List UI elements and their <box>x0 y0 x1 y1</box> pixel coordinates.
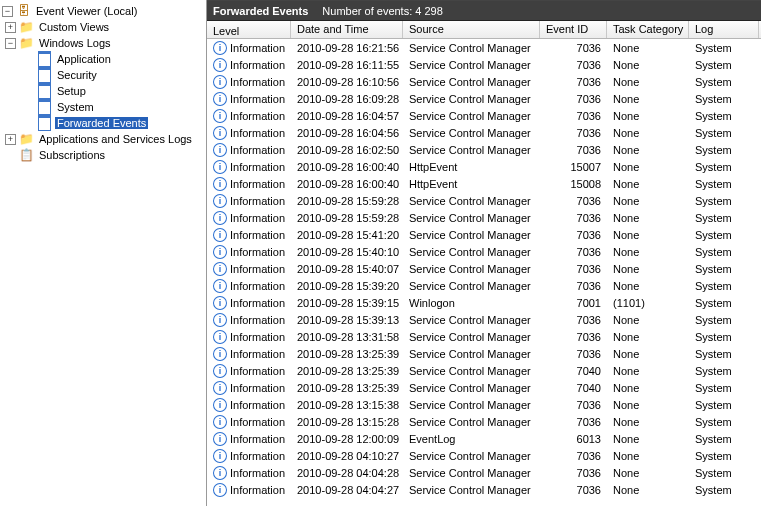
cell-log: System <box>689 127 759 139</box>
event-row[interactable]: iInformation2010-09-28 15:40:07Service C… <box>207 260 761 277</box>
cell-date: 2010-09-28 16:09:28 <box>291 93 403 105</box>
event-row[interactable]: iInformation2010-09-28 12:00:09EventLog6… <box>207 430 761 447</box>
cell-level: iInformation <box>207 41 291 55</box>
event-row[interactable]: iInformation2010-09-28 16:02:50Service C… <box>207 141 761 158</box>
expand-icon[interactable]: + <box>5 134 16 145</box>
cell-log: System <box>689 331 759 343</box>
event-row[interactable]: iInformation2010-09-28 13:25:39Service C… <box>207 345 761 362</box>
expand-placeholder <box>23 70 34 81</box>
cell-log: System <box>689 42 759 54</box>
cell-log: System <box>689 314 759 326</box>
cell-source: Service Control Manager <box>403 229 540 241</box>
event-row[interactable]: iInformation2010-09-28 16:00:40HttpEvent… <box>207 175 761 192</box>
tree-node-subscriptions[interactable]: 📋Subscriptions <box>2 147 206 163</box>
event-row[interactable]: iInformation2010-09-28 04:04:28Service C… <box>207 464 761 481</box>
level-text: Information <box>230 246 285 258</box>
cell-log: System <box>689 297 759 309</box>
tree-node-forwarded-events[interactable]: Forwarded Events <box>2 115 206 131</box>
collapse-icon[interactable]: − <box>2 6 13 17</box>
cell-task: None <box>607 110 689 122</box>
col-header-eventid[interactable]: Event ID <box>540 21 607 38</box>
cell-source: Service Control Manager <box>403 93 540 105</box>
event-row[interactable]: iInformation2010-09-28 15:59:28Service C… <box>207 209 761 226</box>
col-header-date[interactable]: Date and Time <box>291 21 403 38</box>
event-row[interactable]: iInformation2010-09-28 13:15:28Service C… <box>207 413 761 430</box>
cell-task: None <box>607 484 689 496</box>
information-icon: i <box>213 262 227 276</box>
cell-level: iInformation <box>207 143 291 157</box>
cell-source: Service Control Manager <box>403 399 540 411</box>
event-row[interactable]: iInformation2010-09-28 15:40:10Service C… <box>207 243 761 260</box>
information-icon: i <box>213 398 227 412</box>
event-row[interactable]: iInformation2010-09-28 15:41:20Service C… <box>207 226 761 243</box>
tree-root[interactable]: − 🗄 Event Viewer (Local) <box>2 3 206 19</box>
cell-level: iInformation <box>207 194 291 208</box>
cell-level: iInformation <box>207 160 291 174</box>
level-text: Information <box>230 263 285 275</box>
cell-level: iInformation <box>207 415 291 429</box>
tree-node-security[interactable]: Security <box>2 67 206 83</box>
cell-source: Winlogon <box>403 297 540 309</box>
event-row[interactable]: iInformation2010-09-28 16:04:56Service C… <box>207 124 761 141</box>
cell-eventid: 7036 <box>540 331 607 343</box>
tree-node-custom-views[interactable]: +📁Custom Views <box>2 19 206 35</box>
cell-level: iInformation <box>207 75 291 89</box>
col-header-task[interactable]: Task Category <box>607 21 689 38</box>
col-header-level[interactable]: Level <box>207 21 291 38</box>
cell-source: Service Control Manager <box>403 42 540 54</box>
grid-body[interactable]: iInformation2010-09-28 16:21:56Service C… <box>207 39 761 506</box>
tree-node-setup[interactable]: Setup <box>2 83 206 99</box>
level-text: Information <box>230 399 285 411</box>
cell-source: Service Control Manager <box>403 110 540 122</box>
cell-level: iInformation <box>207 432 291 446</box>
cell-level: iInformation <box>207 279 291 293</box>
cell-level: iInformation <box>207 126 291 140</box>
cell-eventid: 7036 <box>540 246 607 258</box>
cell-date: 2010-09-28 15:40:10 <box>291 246 403 258</box>
event-row[interactable]: iInformation2010-09-28 16:10:56Service C… <box>207 73 761 90</box>
cell-eventid: 7036 <box>540 195 607 207</box>
event-row[interactable]: iInformation2010-09-28 15:59:28Service C… <box>207 192 761 209</box>
tree-node-system[interactable]: System <box>2 99 206 115</box>
expand-icon[interactable]: + <box>5 22 16 33</box>
level-text: Information <box>230 467 285 479</box>
col-header-log[interactable]: Log <box>689 21 759 38</box>
event-row[interactable]: iInformation2010-09-28 04:10:27Service C… <box>207 447 761 464</box>
cell-task: None <box>607 382 689 394</box>
event-row[interactable]: iInformation2010-09-28 04:04:27Service C… <box>207 481 761 498</box>
expand-placeholder <box>23 118 34 129</box>
cell-source: Service Control Manager <box>403 144 540 156</box>
event-row[interactable]: iInformation2010-09-28 16:11:55Service C… <box>207 56 761 73</box>
cell-level: iInformation <box>207 313 291 327</box>
cell-eventid: 7036 <box>540 93 607 105</box>
event-row[interactable]: iInformation2010-09-28 16:09:28Service C… <box>207 90 761 107</box>
cell-date: 2010-09-28 13:15:28 <box>291 416 403 428</box>
tree-node-windows-logs[interactable]: −📁Windows Logs <box>2 35 206 51</box>
cell-eventid: 7036 <box>540 144 607 156</box>
event-row[interactable]: iInformation2010-09-28 15:39:20Service C… <box>207 277 761 294</box>
cell-source: EventLog <box>403 433 540 445</box>
cell-eventid: 15008 <box>540 178 607 190</box>
cell-eventid: 7036 <box>540 450 607 462</box>
tree-node-application[interactable]: Application <box>2 51 206 67</box>
collapse-icon[interactable]: − <box>5 38 16 49</box>
cell-log: System <box>689 416 759 428</box>
cell-eventid: 7036 <box>540 42 607 54</box>
event-row[interactable]: iInformation2010-09-28 13:31:58Service C… <box>207 328 761 345</box>
events-header: Forwarded Events Number of events: 4 298 <box>207 1 761 21</box>
event-row[interactable]: iInformation2010-09-28 13:25:39Service C… <box>207 379 761 396</box>
event-row[interactable]: iInformation2010-09-28 16:00:40HttpEvent… <box>207 158 761 175</box>
cell-level: iInformation <box>207 228 291 242</box>
tree-label: Custom Views <box>37 21 111 33</box>
event-row[interactable]: iInformation2010-09-28 15:39:13Service C… <box>207 311 761 328</box>
log-icon <box>37 116 52 130</box>
tree-node-applications-and-services-logs[interactable]: +📁Applications and Services Logs <box>2 131 206 147</box>
information-icon: i <box>213 279 227 293</box>
event-row[interactable]: iInformation2010-09-28 15:39:15Winlogon7… <box>207 294 761 311</box>
event-row[interactable]: iInformation2010-09-28 16:21:56Service C… <box>207 39 761 56</box>
cell-level: iInformation <box>207 449 291 463</box>
col-header-source[interactable]: Source <box>403 21 540 38</box>
event-row[interactable]: iInformation2010-09-28 13:25:39Service C… <box>207 362 761 379</box>
event-row[interactable]: iInformation2010-09-28 13:15:38Service C… <box>207 396 761 413</box>
event-row[interactable]: iInformation2010-09-28 16:04:57Service C… <box>207 107 761 124</box>
